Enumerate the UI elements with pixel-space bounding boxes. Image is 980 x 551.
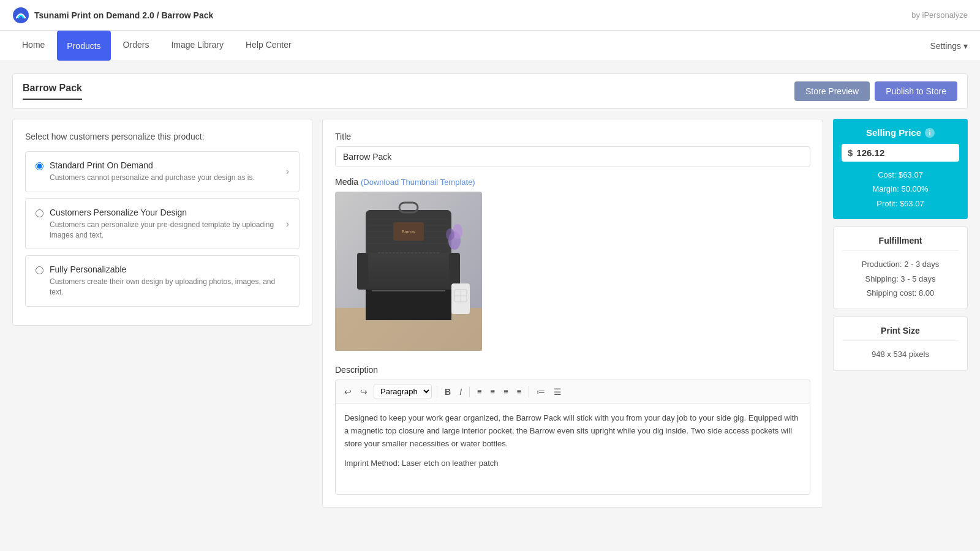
svg-point-20 (446, 228, 454, 241)
svg-text:Barrow: Barrow (402, 230, 416, 234)
redo-button[interactable]: ↪ (358, 386, 370, 398)
price-input[interactable] (856, 148, 905, 158)
option-customize-desc: Customers can personalize your pre-desig… (50, 220, 280, 241)
app-byline: by iPersonalyze (911, 10, 968, 20)
fulfillment-title: Fulfillment (842, 236, 959, 251)
chevron-down-icon: ▾ (963, 41, 968, 51)
media-section: Media (Download Thumbnail Template) (335, 177, 810, 353)
option-standard[interactable]: Standard Print On Demand Customers canno… (25, 151, 300, 192)
chevron-right-icon: › (286, 166, 289, 177)
toolbar-sep-3 (529, 386, 529, 397)
description-section: Description ↩ ↪ Paragraph B I ≡ ≡ ≡ ≡ (335, 365, 810, 495)
nav-item-image-library[interactable]: Image Library (161, 31, 233, 61)
media-label: Media (335, 177, 358, 187)
option-fully[interactable]: Fully Personalizable Customers create th… (25, 255, 300, 307)
editor-body[interactable]: Designed to keep your work gear organize… (335, 403, 810, 495)
align-center-button[interactable]: ≡ (488, 386, 498, 397)
editor-toolbar: ↩ ↪ Paragraph B I ≡ ≡ ≡ ≡ ≔ ☰ (335, 380, 810, 403)
topbar-left: Tsunami Print on Demand 2.0 / Barrow Pac… (12, 7, 213, 24)
nav-links: Home Products Orders Image Library Help … (12, 31, 301, 61)
title-input[interactable] (335, 146, 810, 167)
personalize-section: Select how customers personalize this pr… (12, 119, 312, 326)
toolbar-sep-2 (469, 386, 470, 397)
right-panel: Selling Price i $ Cost: $63.07 Margin: 5… (833, 119, 968, 508)
price-details: Cost: $63.07 Margin: 50.00% Profit: $63.… (842, 168, 959, 211)
left-panel: Select how customers personalize this pr… (12, 119, 312, 508)
align-justify-button[interactable]: ≡ (514, 386, 524, 397)
toolbar-sep-1 (437, 386, 437, 397)
option-fully-desc: Customers create their own design by upl… (50, 277, 289, 298)
option-fully-title: Fully Personalizable (50, 264, 289, 274)
info-icon[interactable]: i (925, 128, 935, 138)
svg-rect-12 (366, 290, 451, 320)
settings-menu[interactable]: Settings ▾ (930, 41, 968, 51)
price-input-wrapper: $ (842, 144, 959, 162)
header-buttons: Store Preview Publish to Store (794, 81, 957, 101)
option-customize-title: Customers Personalize Your Design (50, 208, 280, 217)
paragraph-select[interactable]: Paragraph (374, 384, 432, 399)
selling-price-card: Selling Price i $ Cost: $63.07 Margin: 5… (833, 119, 968, 219)
nav-item-orders[interactable]: Orders (113, 31, 159, 61)
option-customize[interactable]: Customers Personalize Your Design Custom… (25, 198, 300, 250)
option-standard-radio[interactable] (36, 162, 43, 170)
store-preview-button[interactable]: Store Preview (794, 81, 870, 101)
bold-button[interactable]: B (442, 386, 453, 398)
center-panel: Title Media (Download Thumbnail Template… (322, 119, 823, 508)
personalize-title: Select how customers personalize this pr… (25, 132, 300, 141)
nav-item-help-center[interactable]: Help Center (236, 31, 301, 61)
list-unordered-button[interactable]: ☰ (551, 386, 564, 398)
nav-item-products[interactable]: Products (57, 31, 110, 61)
print-size-title: Print Size (842, 326, 959, 341)
shipping-detail: Shipping: 3 - 5 days (842, 272, 959, 286)
align-right-button[interactable]: ≡ (501, 386, 511, 397)
fulfillment-card: Fulfillment Production: 2 - 3 days Shipp… (833, 227, 968, 309)
svg-rect-14 (357, 253, 368, 290)
nav-item-home[interactable]: Home (12, 31, 55, 61)
publish-to-store-button[interactable]: Publish to Store (875, 81, 957, 101)
navbar: Home Products Orders Image Library Help … (0, 31, 980, 61)
profit-detail: Profit: $63.07 (842, 197, 959, 211)
download-thumbnail-link[interactable]: (Download Thumbnail Template) (361, 178, 475, 187)
cost-detail: Cost: $63.07 (842, 168, 959, 182)
undo-button[interactable]: ↩ (342, 386, 354, 398)
margin-detail: Margin: 50.00% (842, 182, 959, 196)
main-layout: Select how customers personalize this pr… (12, 119, 968, 508)
description-label: Description (335, 365, 810, 375)
app-logo (12, 7, 29, 24)
selling-price-header: Selling Price i (842, 127, 959, 138)
title-label: Title (335, 132, 810, 141)
option-customize-radio[interactable] (36, 209, 43, 217)
print-size-card: Print Size 948 x 534 pixels (833, 317, 968, 370)
price-currency: $ (848, 148, 853, 158)
app-name: Tsunami Print on Demand 2.0 / Barrow Pac… (34, 10, 213, 20)
shipping-cost-detail: Shipping cost: 8.00 (842, 286, 959, 300)
option-fully-radio[interactable] (36, 266, 43, 274)
page-header: Barrow Pack Store Preview Publish to Sto… (12, 73, 968, 109)
align-left-button[interactable]: ≡ (475, 386, 484, 397)
content-area: Barrow Pack Store Preview Publish to Sto… (0, 61, 980, 520)
page-title: Barrow Pack (23, 83, 82, 100)
production-detail: Production: 2 - 3 days (842, 257, 959, 271)
option-standard-desc: Customers cannot personalize and purchas… (50, 173, 280, 183)
italic-button[interactable]: I (457, 386, 464, 398)
product-image: Barrow (335, 192, 482, 351)
selling-price-label: Selling Price (866, 127, 921, 138)
topbar: Tsunami Print on Demand 2.0 / Barrow Pac… (0, 0, 980, 31)
description-text: Designed to keep your work gear organize… (344, 412, 801, 450)
chevron-right-icon-2: › (286, 219, 289, 230)
option-standard-title: Standard Print On Demand (50, 160, 280, 170)
print-size-dimensions: 948 x 534 pixels (842, 347, 959, 361)
list-ordered-button[interactable]: ≔ (534, 386, 548, 398)
imprint-text: Imprint Method: Laser etch on leather pa… (344, 457, 801, 470)
